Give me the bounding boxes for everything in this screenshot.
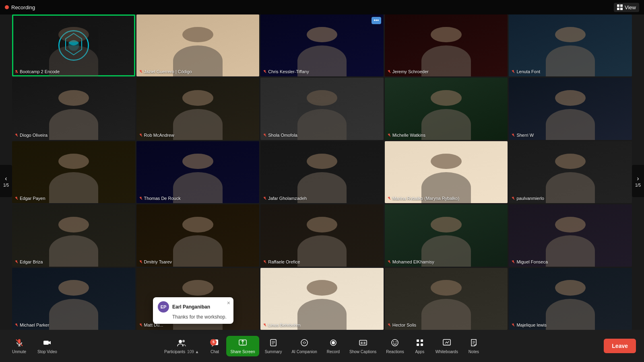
nav-next[interactable]: › 1/5 [632, 165, 644, 197]
reactions-button[interactable]: Reactions [382, 336, 408, 356]
view-label: View [625, 4, 636, 10]
video-cell-1[interactable]: Bootcamp 2 Encode [12, 14, 135, 76]
name-label-21: Michael Parker [14, 323, 49, 327]
whiteboards-button[interactable]: Whiteboards [431, 336, 462, 356]
video-cell-8[interactable]: Shola Omofola [260, 78, 384, 140]
notes-button[interactable]: Notes [464, 336, 484, 356]
name-label-8: Shola Omofola [263, 133, 297, 138]
mic-icon-1 [14, 70, 19, 74]
video-cell-19[interactable]: Mohamed ElKhamisy [385, 204, 508, 266]
mic-icon-24 [387, 323, 391, 327]
svg-rect-47 [16, 323, 17, 325]
svg-point-82 [392, 339, 398, 346]
svg-rect-60 [43, 341, 49, 345]
video-cell-17[interactable]: Dmitriy Tsarev [136, 204, 260, 266]
participant-name-7: Rob McAndrew [144, 133, 174, 138]
video-cell-12[interactable]: Thomas De Rouck [136, 141, 260, 203]
video-cell-23[interactable]: Linus Behrbohm [260, 268, 384, 330]
participant-name-4: Jeremy Schroeder [392, 69, 429, 74]
participant-name-18: Raffaele Orefice [268, 259, 300, 264]
mic-icon-3 [263, 70, 267, 74]
name-label-14: Marina Rybalko (Maryna Rybalko) [387, 196, 459, 201]
person-silhouette-3 [260, 14, 384, 76]
video-cell-21[interactable]: Michael Parker [12, 268, 135, 330]
show-captions-button[interactable]: Show Captions [345, 336, 380, 356]
record-button[interactable]: Record [323, 336, 344, 356]
unmute-button[interactable]: Unmute [8, 336, 30, 356]
svg-rect-87 [417, 343, 419, 346]
view-button[interactable]: View [614, 3, 639, 12]
participant-name-9: Michelle Watkins [392, 133, 425, 138]
chat-button[interactable]: 5 Chat [204, 336, 225, 356]
person-silhouette-6 [12, 78, 135, 140]
participant-name-20: Miguel Fonseca [516, 259, 548, 264]
name-label-6: Diogo Oliveira [14, 133, 47, 138]
right-page-indicator: 1/5 [635, 183, 641, 187]
mic-icon-9 [387, 133, 391, 137]
mic-icon-8 [263, 133, 267, 137]
svg-rect-2 [617, 8, 619, 10]
video-cell-3[interactable]: ••• Chris Kessler-Tiffany [260, 14, 384, 76]
mic-icon-10 [511, 133, 515, 137]
participant-name-13: Jafar Gholamzadeh [268, 196, 307, 201]
video-cell-13[interactable]: Jafar Gholamzadeh [260, 141, 384, 203]
person-silhouette-7 [136, 78, 260, 140]
participants-button[interactable]: Participants 109 ▲ [160, 336, 203, 356]
mic-icon-11 [14, 196, 19, 200]
video-cell-15[interactable]: paulvanmierlo [509, 141, 632, 203]
ai-companion-button[interactable]: AI Companion [287, 336, 321, 356]
video-cell-25[interactable]: Majelique lewis [509, 268, 632, 330]
ellipsis-icon-3: ••• [374, 18, 379, 23]
nav-prev[interactable]: ‹ 1/5 [0, 165, 12, 197]
svg-rect-45 [513, 260, 514, 262]
participant-name-5: Lenuta Font [516, 69, 540, 74]
video-cell-6[interactable]: Diogo Oliveira [12, 78, 135, 140]
video-cell-2[interactable]: Jaziel Guerrero | Código [136, 14, 260, 76]
video-cell-18[interactable]: Raffaele Orefice [260, 204, 384, 266]
video-grid: Bootcamp 2 Encode Jaziel Guerrero | Códi… [12, 14, 632, 330]
person-silhouette-5 [509, 14, 632, 76]
svg-rect-31 [264, 197, 266, 199]
microphone-icon [15, 338, 24, 348]
recording-indicator: Recording [5, 4, 35, 10]
share-screen-button[interactable]: Share Screen [226, 336, 259, 356]
chat-popup-close[interactable]: × [227, 300, 230, 306]
video-cell-20[interactable]: Miguel Fonseca [509, 204, 632, 266]
name-label-7: Rob McAndrew [139, 133, 174, 138]
video-cell-4[interactable]: Jeremy Schroeder [385, 14, 508, 76]
svg-point-84 [396, 341, 396, 342]
svg-rect-55 [513, 323, 514, 325]
mic-icon-4 [387, 70, 391, 74]
more-options-btn-3[interactable]: ••• [372, 17, 381, 24]
ai-companion-icon [300, 338, 309, 348]
video-cell-14[interactable]: Marina Rybalko (Maryna Rybalko) [385, 141, 508, 203]
person-silhouette-1 [12, 14, 135, 76]
video-cell-11[interactable]: Edgar Payen [12, 141, 135, 203]
summary-button[interactable]: Summary [261, 336, 286, 356]
video-cell-9[interactable]: Michelle Watkins [385, 78, 508, 140]
record-label: Record [327, 350, 340, 354]
video-cell-24[interactable]: Hector Solis [385, 268, 508, 330]
leave-button[interactable]: Leave [604, 339, 636, 353]
participant-name-21: Michael Parker [20, 323, 49, 327]
name-label-18: Raffaele Orefice [263, 259, 300, 264]
person-silhouette-4 [385, 14, 508, 76]
svg-rect-39 [140, 260, 141, 262]
mic-icon-25 [511, 323, 515, 327]
name-label-2: Jaziel Guerrero | Código [139, 69, 192, 74]
name-label-3: Chris Kessler-Tiffany [263, 69, 309, 74]
apps-button[interactable]: Apps [410, 336, 430, 356]
mic-icon-14 [387, 196, 391, 200]
video-cell-10[interactable]: Sherri W [509, 78, 632, 140]
stop-video-button[interactable]: Stop Video [33, 336, 61, 356]
svg-rect-41 [264, 260, 266, 262]
person-silhouette-13 [260, 141, 384, 203]
chevron-icon: ▲ [195, 350, 199, 354]
video-cell-7[interactable]: Rob McAndrew [136, 78, 260, 140]
participant-name-11: Edgar Payen [20, 196, 45, 201]
reactions-icon [391, 338, 400, 348]
stop-video-label: Stop Video [37, 350, 57, 354]
video-cell-5[interactable]: Lenuta Font [509, 14, 632, 76]
person-silhouette-9 [385, 78, 508, 140]
video-cell-16[interactable]: Edgar Briza [12, 204, 135, 266]
